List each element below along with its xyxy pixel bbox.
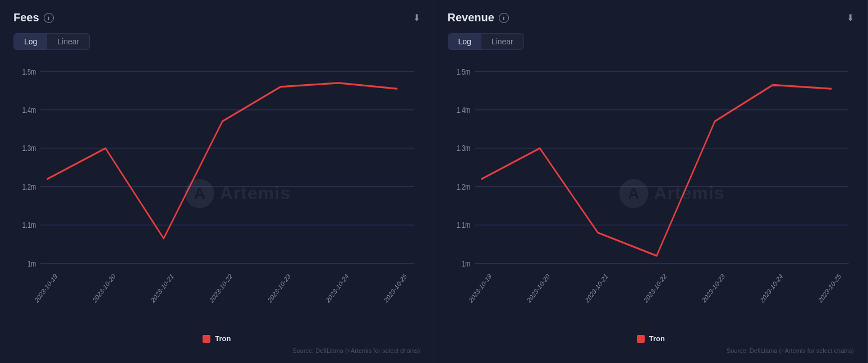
svg-text:2023-10-21: 2023-10-21 [584, 272, 608, 304]
svg-text:2023-10-22: 2023-10-22 [208, 272, 233, 304]
svg-text:1.1m: 1.1m [22, 220, 36, 230]
fees-panel: Fees i ⬇ Log Linear A Artemis [0, 0, 434, 363]
fees-info-icon[interactable]: i [44, 13, 54, 23]
svg-text:1.5m: 1.5m [456, 67, 470, 76]
svg-text:2023-10-25: 2023-10-25 [817, 272, 842, 304]
fees-header: Fees i ⬇ [13, 11, 420, 24]
svg-text:1.4m: 1.4m [456, 105, 470, 115]
revenue-log-button[interactable]: Log [448, 34, 481, 49]
svg-text:2023-10-23: 2023-10-23 [701, 272, 725, 304]
revenue-info-icon[interactable]: i [499, 13, 509, 23]
svg-text:2023-10-25: 2023-10-25 [383, 272, 408, 304]
svg-text:2023-10-20: 2023-10-20 [526, 272, 551, 304]
revenue-legend-label: Tron [649, 334, 665, 343]
fees-legend-color [203, 335, 210, 343]
revenue-header: Revenue i ⬇ [448, 11, 855, 24]
svg-text:2023-10-24: 2023-10-24 [759, 272, 784, 304]
svg-text:2023-10-23: 2023-10-23 [267, 272, 291, 304]
svg-text:1m: 1m [27, 259, 36, 268]
svg-text:2023-10-19: 2023-10-19 [467, 272, 492, 304]
fees-source: Source: DefiLlama (+Artemis for select c… [13, 345, 420, 354]
revenue-chart-svg: 1.5m 1.4m 1.3m 1.2m 1.1m 1m 2023-10-19 2… [448, 57, 855, 330]
revenue-linear-button[interactable]: Linear [481, 34, 523, 49]
fees-linear-button[interactable]: Linear [47, 34, 89, 49]
revenue-source: Source: DefiLlama (+Artemis for select c… [448, 345, 855, 354]
revenue-title-text: Revenue [448, 11, 494, 24]
svg-text:2023-10-22: 2023-10-22 [642, 272, 667, 304]
svg-text:2023-10-20: 2023-10-20 [91, 272, 117, 304]
revenue-chart-line [481, 85, 831, 256]
svg-text:1.2m: 1.2m [456, 182, 470, 191]
svg-text:2023-10-24: 2023-10-24 [325, 272, 350, 304]
svg-text:2023-10-21: 2023-10-21 [150, 272, 174, 304]
svg-text:1.3m: 1.3m [456, 144, 470, 153]
revenue-scale-toggle: Log Linear [448, 33, 524, 50]
revenue-download-icon[interactable]: ⬇ [847, 12, 854, 23]
fees-download-icon[interactable]: ⬇ [413, 12, 420, 23]
svg-text:1.2m: 1.2m [22, 182, 36, 191]
svg-text:1.4m: 1.4m [22, 105, 36, 115]
fees-legend-label: Tron [215, 334, 231, 343]
fees-scale-toggle: Log Linear [13, 33, 90, 50]
fees-chart-container: A Artemis 1.5m 1.4m 1.3m 1.2m 1.1m 1m [13, 57, 420, 330]
fees-title-text: Fees [13, 11, 39, 24]
svg-text:1.3m: 1.3m [22, 144, 36, 153]
revenue-panel: Revenue i ⬇ Log Linear A Artemis [434, 0, 869, 363]
revenue-legend: Tron [448, 330, 855, 345]
fees-title: Fees i [13, 11, 54, 24]
fees-chart-line [47, 83, 397, 238]
revenue-legend-color [637, 335, 645, 343]
revenue-chart-area: A Artemis 1.5m 1.4m 1.3m 1.2m 1.1m 1m [448, 57, 855, 354]
fees-legend: Tron [13, 330, 420, 345]
svg-text:1.1m: 1.1m [456, 220, 470, 230]
revenue-chart-container: A Artemis 1.5m 1.4m 1.3m 1.2m 1.1m 1m [448, 57, 855, 330]
svg-text:1m: 1m [461, 259, 470, 268]
svg-text:1.5m: 1.5m [22, 67, 36, 76]
svg-text:2023-10-19: 2023-10-19 [34, 272, 58, 304]
fees-chart-svg: 1.5m 1.4m 1.3m 1.2m 1.1m 1m 2023-10-19 2… [13, 57, 420, 330]
revenue-title: Revenue i [448, 11, 509, 24]
fees-log-button[interactable]: Log [14, 34, 47, 49]
fees-chart-area: A Artemis 1.5m 1.4m 1.3m 1.2m 1.1m 1m [13, 57, 420, 354]
